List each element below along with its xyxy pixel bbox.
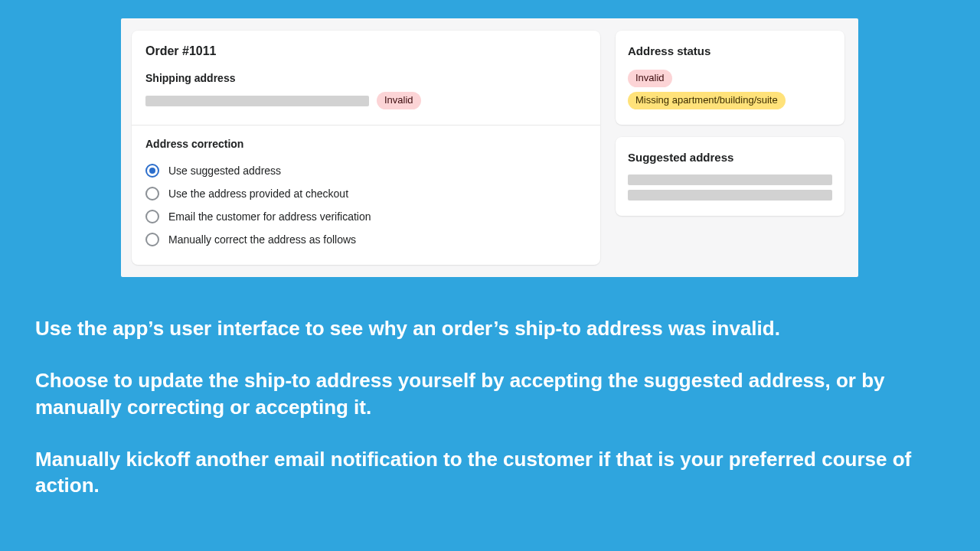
suggested-address-card: Suggested address	[616, 137, 844, 216]
status-badge-invalid: Invalid	[628, 70, 672, 87]
radio-icon	[145, 233, 159, 246]
marketing-p1: Use the app’s user interface to see why …	[35, 315, 952, 341]
redacted-suggested-line-1	[628, 174, 832, 185]
invalid-badge: Invalid	[377, 92, 421, 109]
radio-label: Use the address provided at checkout	[168, 187, 348, 200]
order-card: Order #1011 Shipping address Invalid Add…	[132, 31, 600, 265]
address-correction-section: Address correction Use suggested address…	[132, 126, 600, 265]
radio-icon	[145, 210, 159, 223]
app-panel: Order #1011 Shipping address Invalid Add…	[121, 18, 858, 277]
status-badges-row: Invalid Missing apartment/building/suite	[628, 70, 832, 109]
left-column: Order #1011 Shipping address Invalid Add…	[132, 31, 600, 263]
shipping-address-label: Shipping address	[145, 72, 586, 84]
radio-label: Email the customer for address verificat…	[168, 210, 371, 223]
radio-icon	[145, 187, 159, 201]
suggested-address-title: Suggested address	[628, 151, 832, 164]
redacted-suggested-line-2	[628, 190, 832, 201]
radio-label: Manually correct the address as follows	[168, 233, 356, 246]
address-status-card: Address status Invalid Missing apartment…	[616, 31, 844, 125]
suggested-address-body	[628, 174, 832, 201]
radio-use-suggested[interactable]: Use suggested address	[145, 159, 586, 182]
radio-email-customer[interactable]: Email the customer for address verificat…	[145, 205, 586, 228]
redacted-address-text	[145, 96, 369, 106]
marketing-copy: Use the app’s user interface to see why …	[35, 315, 952, 499]
radio-label: Use suggested address	[168, 165, 281, 177]
marketing-p3: Manually kickoff another email notificat…	[35, 446, 952, 499]
radio-use-checkout-address[interactable]: Use the address provided at checkout	[145, 182, 586, 205]
radio-icon	[145, 164, 159, 178]
radio-manual-correct[interactable]: Manually correct the address as follows	[145, 228, 586, 251]
address-status-title: Address status	[628, 44, 832, 57]
address-correction-title: Address correction	[145, 138, 586, 150]
order-header: Order #1011 Shipping address Invalid	[132, 31, 600, 125]
shipping-address-row: Invalid	[145, 92, 586, 109]
right-column: Address status Invalid Missing apartment…	[616, 31, 844, 263]
marketing-p2: Choose to update the ship-to address you…	[35, 367, 952, 420]
status-badge-missing-unit: Missing apartment/building/suite	[628, 92, 786, 109]
order-title: Order #1011	[145, 44, 586, 58]
